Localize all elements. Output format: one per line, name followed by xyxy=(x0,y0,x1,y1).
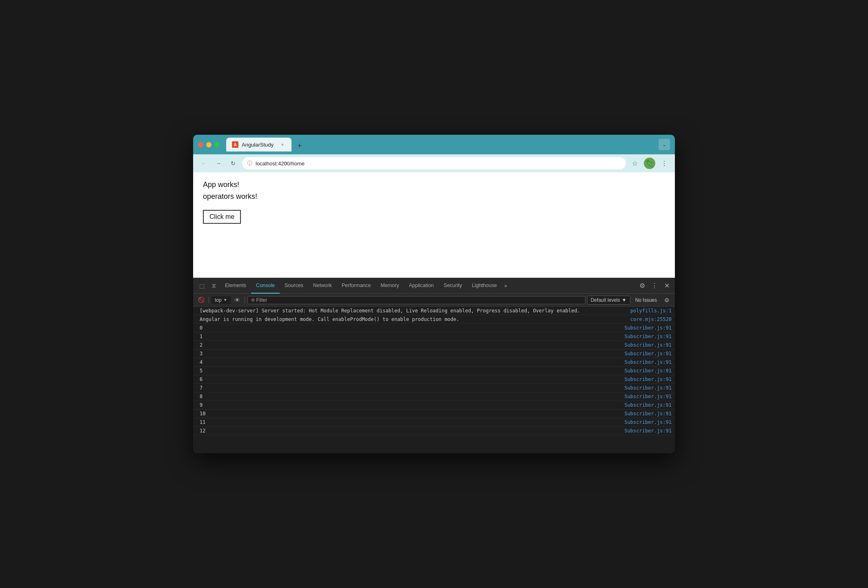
console-source-link[interactable]: Subscriber.js:91 xyxy=(624,385,672,391)
console-row: 2Subscriber.js:91 xyxy=(193,341,675,350)
address-bar: ← → ↻ ⓘ localhost:4200/home ☆ 🦎 ⋮ xyxy=(193,154,675,172)
console-message-text: 5 xyxy=(200,368,624,374)
app-works-text: App works! xyxy=(203,180,665,189)
tab-elements[interactable]: Elements xyxy=(220,278,251,294)
console-settings-button[interactable]: ⚙ xyxy=(662,295,672,305)
inspect-element-icon[interactable]: ⬚ xyxy=(196,280,208,292)
console-output[interactable]: [webpack-dev-server] Server started: Hot… xyxy=(193,307,675,453)
console-message-text: 6 xyxy=(200,376,624,382)
more-tabs-button[interactable]: » xyxy=(502,278,510,294)
tab-memory[interactable]: Memory xyxy=(376,278,404,294)
tab-title: AngularStudy xyxy=(242,142,274,148)
new-tab-button[interactable]: + xyxy=(294,140,305,151)
devtools-close-button[interactable]: ✕ xyxy=(661,280,672,292)
console-row: 3Subscriber.js:91 xyxy=(193,350,675,358)
traffic-lights xyxy=(198,142,220,147)
tab-performance[interactable]: Performance xyxy=(337,278,376,294)
eye-button[interactable]: 👁 xyxy=(232,295,242,305)
tab-application[interactable]: Application xyxy=(404,278,438,294)
filter-icon: ⊘ xyxy=(251,297,255,303)
devtools-right-controls: ⚙ ⋮ ✕ xyxy=(636,280,672,292)
console-right-controls: Default levels ▼ No Issues ⚙ xyxy=(587,295,672,305)
tab-security[interactable]: Security xyxy=(439,278,467,294)
console-source-link[interactable]: Subscriber.js:91 xyxy=(624,325,672,331)
console-source-link[interactable]: polyfills.js:1 xyxy=(630,308,672,314)
console-message-text: 8 xyxy=(200,394,624,399)
console-row: Angular is running in development mode. … xyxy=(193,315,675,324)
tab-close-button[interactable]: × xyxy=(279,141,286,148)
console-message-text: 9 xyxy=(200,402,624,408)
console-row: 8Subscriber.js:91 xyxy=(193,392,675,401)
operators-works-text: operators works! xyxy=(203,192,665,201)
click-me-button[interactable]: Click me xyxy=(203,210,241,224)
console-source-link[interactable]: core.mjs:25520 xyxy=(630,316,672,322)
console-source-link[interactable]: Subscriber.js:91 xyxy=(624,342,672,348)
console-source-link[interactable]: Subscriber.js:91 xyxy=(624,428,672,434)
no-issues-label: No Issues xyxy=(635,297,657,303)
console-message-text: 1 xyxy=(200,334,624,339)
console-toolbar: 🚫 top ▼ 👁 ⊘ Filter Default levels ▼ No I… xyxy=(193,294,675,307)
console-message-text: 10 xyxy=(200,411,624,416)
console-row: 1Subscriber.js:91 xyxy=(193,332,675,341)
toolbar-divider xyxy=(209,297,209,303)
default-levels-button[interactable]: Default levels ▼ xyxy=(587,296,630,305)
profile-button[interactable]: 🦎 xyxy=(644,158,655,169)
console-row: 7Subscriber.js:91 xyxy=(193,384,675,392)
tab-network[interactable]: Network xyxy=(308,278,337,294)
devtools-panel: ⬚ ⧖ Elements Console Sources Network Per… xyxy=(193,278,675,453)
console-source-link[interactable]: Subscriber.js:91 xyxy=(624,334,672,339)
url-bar[interactable]: ⓘ localhost:4200/home xyxy=(242,157,626,169)
default-levels-label: Default levels xyxy=(591,297,620,303)
reload-button[interactable]: ↻ xyxy=(227,158,239,169)
console-row: 11Subscriber.js:91 xyxy=(193,418,675,427)
device-toolbar-icon[interactable]: ⧖ xyxy=(208,280,220,292)
tabs-dropdown-button[interactable]: ⌄ xyxy=(659,139,670,150)
forward-button[interactable]: → xyxy=(213,158,224,169)
console-message-text: 0 xyxy=(200,325,624,331)
console-message-text: [webpack-dev-server] Server started: Hot… xyxy=(200,308,630,314)
default-levels-arrow: ▼ xyxy=(622,297,627,303)
console-source-link[interactable]: Subscriber.js:91 xyxy=(624,411,672,416)
console-row: 10Subscriber.js:91 xyxy=(193,410,675,418)
minimize-window-button[interactable] xyxy=(206,142,211,147)
devtools-more-options-button[interactable]: ⋮ xyxy=(649,280,660,292)
console-source-link[interactable]: Subscriber.js:91 xyxy=(624,368,672,374)
console-row: 0Subscriber.js:91 xyxy=(193,324,675,332)
angular-favicon: A xyxy=(232,141,238,148)
tab-sources[interactable]: Sources xyxy=(280,278,308,294)
console-row: [webpack-dev-server] Server started: Hot… xyxy=(193,307,675,315)
console-source-link[interactable]: Subscriber.js:91 xyxy=(624,419,672,425)
console-source-link[interactable]: Subscriber.js:91 xyxy=(624,359,672,365)
tab-console[interactable]: Console xyxy=(251,278,280,294)
filter-label: Filter xyxy=(256,297,267,303)
bookmark-button[interactable]: ☆ xyxy=(629,158,641,169)
console-row: 5Subscriber.js:91 xyxy=(193,367,675,375)
console-source-link[interactable]: Subscriber.js:91 xyxy=(624,402,672,408)
context-label: top xyxy=(215,297,222,303)
browser-menu-button[interactable]: ⋮ xyxy=(659,158,670,169)
console-message-text: 4 xyxy=(200,359,624,365)
browser-tab-angularstudy[interactable]: A AngularStudy × xyxy=(226,138,292,151)
console-source-link[interactable]: Subscriber.js:91 xyxy=(624,351,672,356)
devtools-settings-button[interactable]: ⚙ xyxy=(637,280,648,292)
console-message-text: 2 xyxy=(200,342,624,348)
tab-lighthouse[interactable]: Lighthouse xyxy=(467,278,502,294)
context-selector[interactable]: top ▼ xyxy=(211,296,231,304)
console-message-text: 7 xyxy=(200,385,624,391)
close-window-button[interactable] xyxy=(198,142,203,147)
no-issues-button[interactable]: No Issues xyxy=(632,296,660,304)
console-row: 4Subscriber.js:91 xyxy=(193,358,675,367)
console-row: 6Subscriber.js:91 xyxy=(193,375,675,384)
console-row: 9Subscriber.js:91 xyxy=(193,401,675,410)
console-source-link[interactable]: Subscriber.js:91 xyxy=(624,394,672,399)
filter-input[interactable]: ⊘ Filter xyxy=(247,296,585,304)
tabs-area: A AngularStudy × + xyxy=(223,138,655,151)
clear-console-button[interactable]: 🚫 xyxy=(196,295,206,305)
console-message-text: 12 xyxy=(200,428,624,434)
console-source-link[interactable]: Subscriber.js:91 xyxy=(624,376,672,382)
toolbar-divider-2 xyxy=(245,297,245,303)
browser-window: A AngularStudy × + ⌄ ← → ↻ ⓘ localhost:4… xyxy=(193,135,675,453)
console-message-text: 3 xyxy=(200,351,624,356)
back-button[interactable]: ← xyxy=(198,158,209,169)
maximize-window-button[interactable] xyxy=(214,142,220,147)
